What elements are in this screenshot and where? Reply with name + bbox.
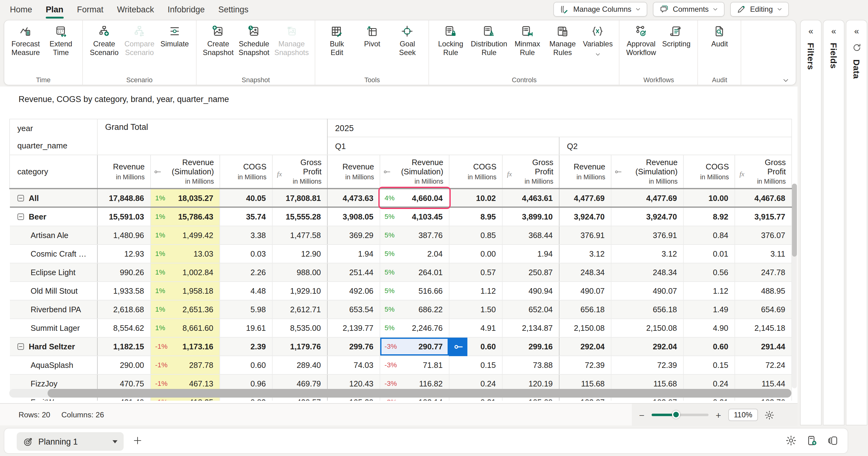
value-cell[interactable]: 3.12 <box>611 244 683 263</box>
menu-infobridge[interactable]: Infobridge <box>167 5 205 14</box>
menu-settings[interactable]: Settings <box>218 5 249 14</box>
value-cell[interactable]: 248.34 <box>559 263 611 281</box>
value-cell[interactable]: 492.06 <box>328 281 380 300</box>
value-cell[interactable]: 299.76 <box>328 337 380 356</box>
value-cell[interactable]: 40.05 <box>220 189 272 207</box>
data-panel[interactable]: « Data <box>846 20 867 425</box>
measure-header-cogs[interactable]: COGSin Millions <box>449 155 502 189</box>
variables-button[interactable]: Variables <box>580 25 616 55</box>
value-cell[interactable]: 247.78 <box>735 263 792 281</box>
value-cell[interactable]: 4%4,660.04 <box>380 189 449 207</box>
value-cell[interactable]: 73.88 <box>502 356 559 374</box>
ribbon-collapse-icon[interactable] <box>782 75 789 83</box>
value-cell[interactable]: 5%2,246.76 <box>380 318 449 337</box>
schedule-snapshot-button[interactable]: ScheduleSnapshot <box>236 25 272 57</box>
zoom-in-button[interactable]: + <box>715 409 722 420</box>
measure-header-gross-profit[interactable]: fxGross Profitin Millions <box>735 155 792 189</box>
value-cell[interactable]: 0.03 <box>220 244 272 263</box>
value-cell[interactable]: 656.18 <box>559 300 611 318</box>
value-cell[interactable]: 3,924.70 <box>559 207 611 226</box>
value-cell[interactable]: 17,848.86 <box>97 189 151 207</box>
value-cell[interactable]: 292.04 <box>559 337 611 356</box>
value-cell[interactable]: 990.26 <box>97 263 151 281</box>
value-cell[interactable]: 1,477.58 <box>272 226 328 244</box>
measure-header-cogs[interactable]: COGSin Millions <box>220 155 272 189</box>
value-cell[interactable]: 490.94 <box>502 281 559 300</box>
value-cell[interactable]: 1.49 <box>683 300 735 318</box>
bulk-edit-button[interactable]: BulkEdit <box>319 25 354 57</box>
value-cell[interactable]: 490.07 <box>559 281 611 300</box>
measure-header-revenue[interactable]: Revenuein Millions <box>328 155 380 189</box>
row-label-cell[interactable]: Hard Seltzer <box>9 337 97 356</box>
value-cell[interactable]: 0.60 <box>220 356 272 374</box>
simulation-drag-handle[interactable] <box>449 337 467 356</box>
collapse-chevrons-icon[interactable]: « <box>831 26 836 36</box>
row-label-cell[interactable]: Artisan Ale <box>9 226 97 244</box>
value-cell[interactable]: 0.00 <box>449 244 502 263</box>
vertical-scrollbar[interactable] <box>792 184 797 388</box>
value-cell[interactable]: 3.38 <box>220 226 272 244</box>
quarter-header-q2[interactable]: Q2 <box>559 137 792 155</box>
menu-home[interactable]: Home <box>10 5 32 14</box>
value-cell[interactable]: 8,554.62 <box>97 318 151 337</box>
value-cell[interactable]: 5%686.22 <box>380 300 449 318</box>
value-cell[interactable]: 0.84 <box>683 226 735 244</box>
zoom-out-button[interactable]: − <box>638 409 645 420</box>
forecast-measure-button[interactable]: ForecastMeasure <box>8 25 43 57</box>
gear-icon[interactable] <box>785 435 797 447</box>
value-cell[interactable]: 4.91 <box>449 318 502 337</box>
value-cell[interactable]: 1%15,786.43 <box>151 207 220 226</box>
chevron-down-icon[interactable] <box>113 440 118 443</box>
value-cell[interactable]: 289.40 <box>272 356 328 374</box>
value-cell[interactable]: 2,612.71 <box>272 300 328 318</box>
value-cell[interactable]: 19.61 <box>220 318 272 337</box>
row-label-cell[interactable]: Old Mill Stout <box>9 281 97 300</box>
value-cell[interactable]: 292.04 <box>611 337 683 356</box>
goal-seek-button[interactable]: GoalSeek <box>390 25 425 57</box>
value-cell[interactable]: 2.39 <box>220 337 272 356</box>
value-cell[interactable]: 4,467.68 <box>735 189 792 207</box>
value-cell[interactable]: 376.91 <box>559 226 611 244</box>
fields-panel[interactable]: « Fields <box>823 20 844 425</box>
value-cell[interactable]: 0.15 <box>449 356 502 374</box>
value-cell[interactable]: 3,915.77 <box>735 207 792 226</box>
value-cell[interactable]: 4,473.63 <box>328 189 380 207</box>
value-cell[interactable]: 290.00 <box>97 356 151 374</box>
value-cell[interactable]: 10.00 <box>683 189 735 207</box>
horizontal-scrollbar[interactable] <box>9 389 791 398</box>
value-cell[interactable]: 5.98 <box>220 300 272 318</box>
value-cell[interactable]: 3.12 <box>559 244 611 263</box>
value-cell[interactable]: 2,139.77 <box>328 318 380 337</box>
zoom-slider[interactable] <box>652 414 709 416</box>
value-cell[interactable]: -3%71.81 <box>380 356 449 374</box>
value-cell[interactable]: 10.02 <box>449 189 502 207</box>
audit-button[interactable]: Audit <box>702 25 737 48</box>
row-label-cell[interactable]: Beer <box>9 207 97 226</box>
value-cell[interactable]: 250.87 <box>502 263 559 281</box>
value-cell[interactable]: 72.39 <box>611 356 683 374</box>
value-cell[interactable]: 3.11 <box>735 244 792 263</box>
value-cell[interactable]: 0.56 <box>683 263 735 281</box>
simulate-button[interactable]: Simulate <box>157 25 192 48</box>
value-cell[interactable]: 1%1,958.18 <box>151 281 220 300</box>
value-cell[interactable]: 2,150.08 <box>611 318 683 337</box>
value-cell[interactable]: 1.12 <box>449 281 502 300</box>
collapse-minus-icon[interactable] <box>17 194 24 201</box>
value-cell[interactable]: 369.29 <box>328 226 380 244</box>
value-cell[interactable]: 0.60 <box>683 337 735 356</box>
value-cell[interactable]: 12.90 <box>272 244 328 263</box>
value-cell[interactable]: 0.15 <box>683 356 735 374</box>
sheet-tab-planning-1[interactable]: Planning 1 <box>17 432 124 451</box>
value-cell[interactable]: 376.91 <box>611 226 683 244</box>
menu-plan[interactable]: Plan <box>46 5 63 14</box>
editing-button[interactable]: Editing <box>731 2 789 17</box>
value-cell[interactable]: 4.90 <box>683 318 735 337</box>
add-sheet-button[interactable] <box>132 435 143 446</box>
value-cell[interactable]: 1,179.76 <box>272 337 328 356</box>
row-label-cell[interactable]: Eclipse Light <box>9 263 97 281</box>
value-cell[interactable]: 3,899.10 <box>502 207 559 226</box>
value-cell[interactable]: 1,933.58 <box>97 281 151 300</box>
collapse-minus-icon[interactable] <box>17 343 24 349</box>
zoom-slider-thumb[interactable] <box>672 411 680 419</box>
row-label-cell[interactable]: Summit Lager <box>9 318 97 337</box>
